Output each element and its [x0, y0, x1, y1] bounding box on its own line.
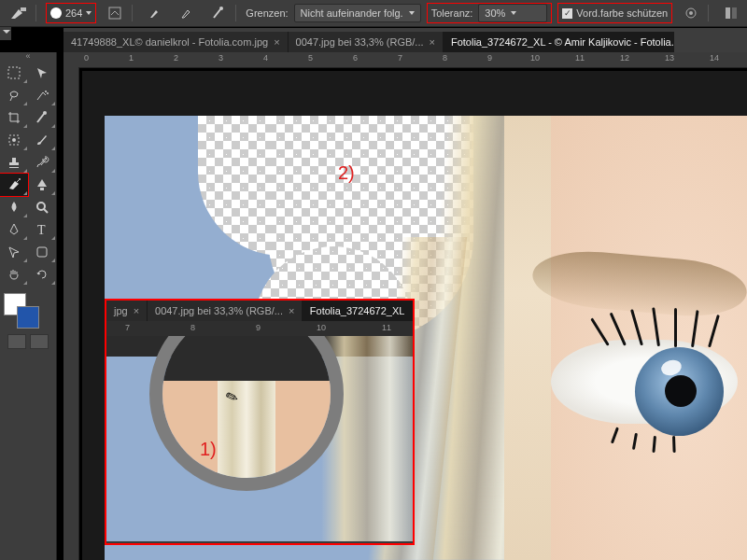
brush-preview-icon: [50, 7, 62, 19]
tool-bg-eraser[interactable]: [0, 174, 28, 196]
tool-rotate[interactable]: [28, 263, 56, 286]
sample-eyedropper-icon[interactable]: [205, 3, 232, 23]
sample-fg-icon[interactable]: [142, 3, 168, 23]
svg-rect-1: [109, 7, 120, 19]
tool-move[interactable]: [28, 62, 56, 84]
ruler-horizontal: 0 1 2 3 4 5 6 7 8 9 10 11 12 13 14: [63, 52, 747, 68]
pressure-icon[interactable]: [678, 3, 704, 23]
protect-fg-label: Vord.farbe schützen: [576, 7, 668, 19]
quickmask-icon[interactable]: [7, 334, 26, 349]
brush-panel-icon[interactable]: [102, 3, 128, 23]
annotation-1: 1): [200, 439, 217, 460]
tool-blur[interactable]: [0, 196, 28, 218]
color-swatches[interactable]: [0, 291, 56, 329]
svg-point-15: [37, 203, 45, 210]
screenmode-icon[interactable]: [30, 334, 49, 349]
inset-tab[interactable]: jpg×: [106, 301, 148, 321]
svg-rect-14: [40, 188, 44, 190]
color-sampler-loupe: [149, 336, 344, 491]
svg-rect-6: [732, 7, 737, 19]
tool-hand[interactable]: [0, 263, 28, 286]
tool-gradient[interactable]: [28, 174, 56, 196]
collapse-icon[interactable]: «: [0, 52, 56, 62]
close-icon[interactable]: ×: [274, 36, 279, 48]
tool-path-select[interactable]: [0, 241, 28, 263]
svg-rect-5: [726, 7, 730, 19]
tool-lasso[interactable]: [0, 84, 28, 106]
tool-crop[interactable]: [0, 106, 28, 129]
inset-tab[interactable]: 0047.jpg bei 33,3% (RGB/...×: [148, 301, 303, 321]
sample-bg-icon[interactable]: [174, 3, 200, 23]
eye: [551, 321, 747, 442]
background-swatch[interactable]: [17, 306, 39, 329]
inset-ruler: 7 8 9 10 11: [106, 321, 413, 336]
svg-point-8: [45, 91, 47, 92]
tool-quick-select[interactable]: [28, 84, 56, 106]
tool-zoom[interactable]: [28, 196, 56, 218]
svg-point-13: [19, 178, 21, 180]
inset-canvas[interactable]: ✎ 1): [106, 336, 413, 541]
svg-point-2: [219, 7, 223, 10]
ruler-vertical: [63, 67, 79, 560]
brush-size-value: 264: [65, 7, 82, 19]
current-tool-icon[interactable]: [6, 3, 32, 23]
brush-size-picker[interactable]: 264: [46, 3, 96, 23]
document-tab[interactable]: 41749888_XL© danielkrol - Fotolia.com.jp…: [63, 32, 289, 52]
tool-type[interactable]: T: [28, 218, 56, 241]
tool-eyedropper[interactable]: [28, 106, 56, 129]
protect-fg-group[interactable]: ✓ Vord.farbe schützen: [557, 3, 672, 23]
panel-expand-icon[interactable]: [0, 27, 11, 40]
document-tab[interactable]: 0047.jpg bei 33,3% (RGB/...×: [289, 32, 444, 52]
tool-rect-marquee[interactable]: [0, 62, 28, 84]
document-tab-active[interactable]: Fotolia_3724672_XL - © Amir Kaljikovic -…: [444, 32, 674, 52]
tool-shape[interactable]: [28, 241, 56, 263]
svg-text:T: T: [37, 223, 46, 237]
svg-rect-17: [37, 247, 47, 257]
tolerance-label: Toleranz:: [431, 7, 473, 19]
tool-brush[interactable]: [28, 129, 56, 151]
svg-point-9: [47, 92, 49, 94]
options-bar: 264 Grenzen: Nicht aufeinander folg. Tol…: [0, 0, 747, 27]
tolerance-group: Toleranz: 30%: [427, 3, 553, 23]
tool-history-brush[interactable]: [28, 151, 56, 174]
inset-tab-active[interactable]: Fotolia_3724672_XL: [303, 301, 413, 321]
checkbox-icon: ✓: [562, 8, 572, 19]
tool-healing[interactable]: [0, 129, 28, 151]
svg-rect-0: [21, 7, 26, 11]
svg-point-10: [43, 111, 47, 115]
document-tab-bar: 41749888_XL© danielkrol - Fotolia.com.jp…: [63, 28, 747, 52]
tool-pen[interactable]: [0, 218, 28, 241]
tool-stamp[interactable]: [0, 151, 28, 174]
inset-panel: jpg× 0047.jpg bei 33,3% (RGB/...× Fotoli…: [105, 299, 415, 545]
svg-point-12: [12, 138, 16, 142]
svg-point-4: [689, 11, 693, 15]
toolbox: « T: [0, 52, 57, 560]
annotation-2: 2): [338, 162, 355, 184]
limits-select[interactable]: Nicht aufeinander folg.: [294, 4, 421, 22]
tolerance-select[interactable]: 30%: [478, 4, 547, 22]
close-icon[interactable]: ×: [430, 36, 435, 48]
limits-label: Grenzen:: [246, 7, 288, 19]
svg-rect-7: [8, 67, 20, 78]
panel-toggle-icon[interactable]: [718, 3, 744, 23]
